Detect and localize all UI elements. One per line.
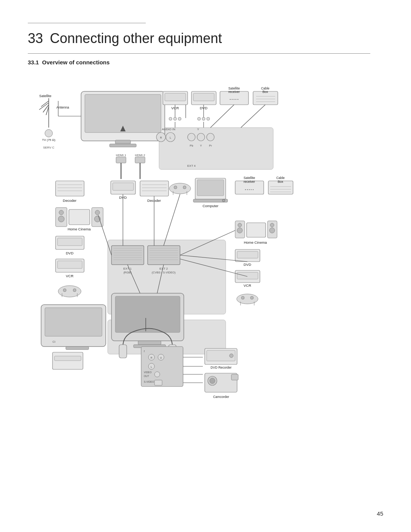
svg-rect-59 bbox=[69, 209, 90, 225]
svg-text:R: R bbox=[150, 356, 152, 359]
svg-text:Pb: Pb bbox=[190, 144, 193, 147]
svg-rect-134 bbox=[53, 352, 83, 369]
svg-rect-74 bbox=[140, 181, 169, 196]
svg-point-34 bbox=[178, 117, 181, 120]
svg-text:• • • • •: • • • • • bbox=[230, 97, 239, 101]
vcr-left-label: VCR bbox=[66, 274, 73, 278]
svg-rect-20 bbox=[193, 93, 214, 101]
svg-rect-135 bbox=[54, 356, 81, 361]
svg-point-116 bbox=[238, 223, 242, 227]
svg-rect-5 bbox=[115, 140, 131, 144]
serv-c-label: SERV C bbox=[43, 146, 54, 149]
subsection-title: 33.1 Overview of connections bbox=[28, 59, 383, 66]
svg-point-80 bbox=[183, 186, 186, 189]
svg-rect-132 bbox=[45, 308, 102, 336]
audio-in-label: AUDIO IN bbox=[162, 128, 175, 131]
svg-point-44 bbox=[207, 133, 214, 141]
svg-rect-118 bbox=[247, 223, 266, 237]
svg-point-42 bbox=[188, 133, 195, 141]
page: 33Connecting other equipment 33.1 Overvi… bbox=[0, 0, 411, 532]
svg-rect-149 bbox=[155, 380, 162, 385]
svg-rect-64 bbox=[57, 238, 82, 246]
svg-point-32 bbox=[169, 117, 172, 120]
svg-rect-112 bbox=[115, 296, 180, 332]
connections-diagram: Satellite Antenna TV (75 Ω) SERV C bbox=[28, 72, 386, 400]
svg-rect-123 bbox=[237, 251, 258, 258]
svg-point-14 bbox=[45, 129, 53, 137]
svg-point-159 bbox=[210, 378, 215, 383]
svg-rect-18 bbox=[165, 93, 186, 101]
svg-rect-48 bbox=[116, 157, 126, 163]
svg-text:Pr: Pr bbox=[209, 144, 212, 147]
svg-rect-125 bbox=[237, 272, 258, 279]
tv-75-label: TV (75 Ω) bbox=[42, 138, 56, 142]
svg-point-68 bbox=[63, 289, 66, 292]
svg-text:receiver: receiver bbox=[228, 90, 240, 94]
hdmi1-label: HDMI 1 bbox=[116, 153, 126, 157]
svg-point-43 bbox=[197, 133, 205, 141]
y-label: Y bbox=[197, 128, 199, 131]
hdmi2-label: HDMI 2 bbox=[135, 153, 145, 157]
front-panel-label: f bbox=[144, 350, 145, 353]
section-title-text: Connecting other equipment bbox=[50, 30, 222, 46]
svg-point-67 bbox=[58, 286, 81, 297]
svg-point-69 bbox=[73, 289, 76, 292]
decoder-left-label: Decoder bbox=[63, 198, 76, 203]
svg-text:OUT: OUT bbox=[144, 375, 149, 377]
svg-rect-84 bbox=[197, 180, 224, 196]
subsection-number: 33.1 bbox=[28, 59, 39, 66]
ext2-label: EXT 2 bbox=[159, 267, 168, 270]
ext1-label: EXT 1 bbox=[123, 267, 132, 270]
diagram-area: Satellite Antenna TV (75 Ω) SERV C bbox=[28, 72, 386, 400]
svg-text:⊙: ⊙ bbox=[222, 198, 225, 203]
svg-point-35 bbox=[198, 117, 201, 120]
svg-point-128 bbox=[250, 296, 253, 299]
svg-point-127 bbox=[241, 296, 244, 299]
svg-point-37 bbox=[207, 117, 210, 120]
sub-rule bbox=[28, 53, 370, 54]
svg-point-36 bbox=[202, 117, 205, 120]
svg-rect-66 bbox=[57, 261, 82, 268]
svg-rect-6 bbox=[110, 144, 136, 147]
cable-box-right-label: Cable bbox=[276, 176, 285, 180]
sat-receiver-right-label: Satellite bbox=[244, 176, 255, 180]
svg-point-78 bbox=[169, 183, 191, 194]
svg-point-61 bbox=[95, 210, 100, 215]
svg-text:⊙: ⊙ bbox=[160, 356, 162, 359]
svg-text:Box: Box bbox=[263, 90, 268, 94]
svg-text:receiver: receiver bbox=[244, 180, 255, 184]
svg-point-126 bbox=[237, 294, 258, 304]
svg-rect-160 bbox=[231, 374, 238, 380]
svg-text:R: R bbox=[160, 136, 162, 139]
svg-text:(CVBS / S-VIDEO): (CVBS / S-VIDEO) bbox=[152, 271, 176, 274]
svg-text:• • • • •: • • • • • bbox=[245, 188, 254, 191]
svg-text:L: L bbox=[151, 366, 152, 368]
vcr-right-label: VCR bbox=[244, 283, 251, 288]
camcorder-label: Camcorder bbox=[213, 395, 229, 399]
svg-point-79 bbox=[174, 186, 177, 189]
svg-point-120 bbox=[270, 223, 274, 227]
svg-point-117 bbox=[237, 228, 242, 233]
page-number: 45 bbox=[377, 510, 383, 517]
svg-text:Y: Y bbox=[200, 144, 202, 147]
svg-rect-133 bbox=[66, 347, 89, 350]
svg-line-174 bbox=[210, 105, 234, 128]
home-cinema-right-label: Home Cinema bbox=[244, 240, 267, 244]
svg-rect-136 bbox=[119, 345, 127, 358]
svg-rect-113 bbox=[138, 341, 161, 345]
satellite-label: Satellite bbox=[39, 94, 51, 98]
svg-point-148 bbox=[155, 372, 160, 377]
svg-line-175 bbox=[241, 105, 265, 128]
svg-point-121 bbox=[269, 228, 275, 233]
ext4-label: EXT 4 bbox=[187, 164, 196, 168]
svg-text:Box: Box bbox=[278, 180, 284, 184]
s-video-label: S-VIDEO bbox=[144, 380, 154, 383]
svg-rect-49 bbox=[135, 157, 145, 163]
ci-label: CI bbox=[53, 340, 56, 343]
home-cinema-left-label: Home Cinema bbox=[68, 227, 91, 231]
svg-point-156 bbox=[229, 354, 233, 358]
svg-point-33 bbox=[174, 117, 177, 120]
svg-point-58 bbox=[58, 216, 64, 222]
svg-line-161 bbox=[98, 215, 112, 255]
subsection-title-text: Overview of connections bbox=[42, 59, 110, 66]
